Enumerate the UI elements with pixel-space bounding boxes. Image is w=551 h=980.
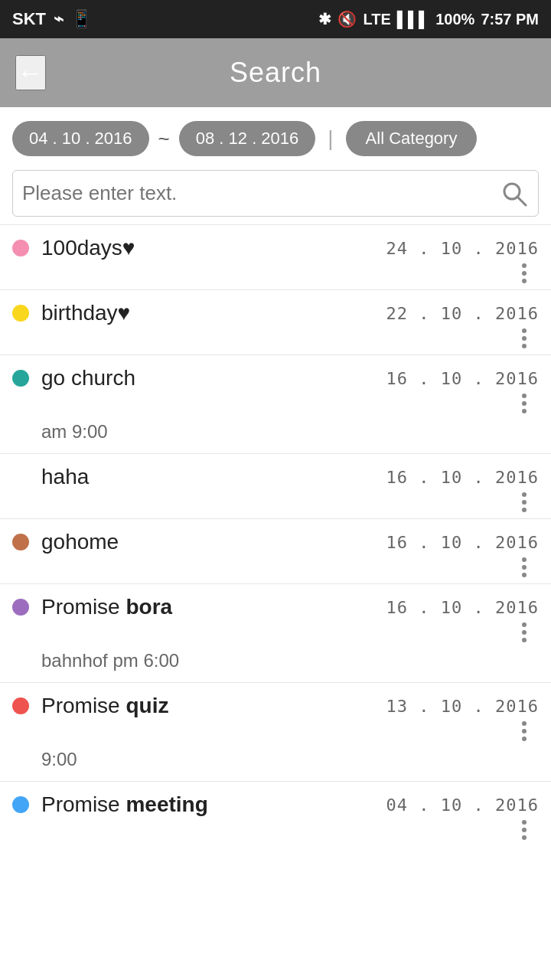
- event-title: gohome: [41, 530, 119, 554]
- event-title-prefix: Promise: [41, 792, 126, 816]
- event-date: 04 . 10 . 2016: [386, 795, 539, 815]
- status-left: SKT ⌁ 📱: [12, 9, 92, 29]
- list-item: go church16 . 10 . 2016am 9:00: [0, 354, 551, 453]
- event-date: 16 . 10 . 2016: [386, 468, 539, 487]
- more-dot: [522, 263, 527, 268]
- event-main-row: gohome16 . 10 . 2016: [12, 530, 539, 554]
- more-row: [12, 718, 539, 744]
- more-dot: [522, 328, 527, 333]
- event-title: haha: [41, 465, 89, 489]
- event-title: go church: [41, 366, 135, 390]
- event-right: 16 . 10 . 2016: [386, 468, 539, 487]
- back-button[interactable]: ←: [15, 55, 46, 90]
- more-dot: [522, 721, 527, 726]
- search-button[interactable]: [500, 179, 529, 208]
- event-main-row: go church16 . 10 . 2016: [12, 366, 539, 390]
- list-item: gohome16 . 10 . 2016: [0, 518, 551, 583]
- event-main-row: 100days♥24 . 10 . 2016: [12, 236, 539, 260]
- start-date-chip[interactable]: 04 . 10 . 2016: [12, 121, 149, 156]
- category-chip[interactable]: All Category: [346, 121, 478, 156]
- status-bar: SKT ⌁ 📱 ✱ 🔇 LTE ▌▌▌ 100% 7:57 PM: [0, 0, 551, 38]
- more-options-button[interactable]: [516, 817, 533, 843]
- event-date: 16 . 10 . 2016: [386, 369, 539, 388]
- more-dot: [522, 828, 527, 832]
- app-header: ← Search: [0, 38, 551, 107]
- event-date: 13 . 10 . 2016: [386, 697, 539, 716]
- event-title: Promise meeting: [41, 792, 208, 817]
- event-right: 13 . 10 . 2016: [386, 697, 539, 716]
- list-item: Promise quiz13 . 10 . 20169:00: [0, 682, 551, 781]
- more-options-button[interactable]: [516, 554, 533, 580]
- carrier-label: SKT: [12, 9, 46, 29]
- pipe-separator: |: [328, 126, 333, 151]
- more-options-button[interactable]: [516, 619, 533, 645]
- event-list: 100days♥24 . 10 . 2016birthday♥22 . 10 .…: [0, 224, 551, 846]
- time-label: 7:57 PM: [481, 11, 539, 28]
- event-left: haha: [12, 465, 89, 489]
- list-item: Promise bora16 . 10 . 2016bahnhof pm 6:0…: [0, 583, 551, 682]
- more-dot: [522, 271, 527, 276]
- event-left: gohome: [12, 530, 119, 554]
- event-title: Promise quiz: [41, 694, 168, 718]
- list-item: Promise meeting04 . 10 . 2016: [0, 781, 551, 846]
- event-right: 24 . 10 . 2016: [386, 239, 539, 258]
- usb-icon: ⌁: [54, 9, 64, 29]
- phone-icon: 📱: [71, 9, 92, 29]
- more-row: [12, 817, 539, 843]
- event-main-row: birthday♥22 . 10 . 2016: [12, 301, 539, 325]
- more-options-button[interactable]: [516, 718, 533, 744]
- event-left: Promise bora: [12, 595, 172, 619]
- event-date: 16 . 10 . 2016: [386, 598, 539, 617]
- lte-label: LTE: [363, 11, 390, 28]
- event-color-dot: [12, 534, 29, 550]
- more-dot: [522, 409, 527, 413]
- bluetooth-icon: ✱: [318, 10, 331, 28]
- more-dot: [522, 500, 527, 505]
- more-row: [12, 260, 539, 286]
- event-right: 16 . 10 . 2016: [386, 369, 539, 388]
- more-row: [12, 325, 539, 351]
- event-subtitle: am 9:00: [12, 416, 539, 450]
- event-main-row: Promise meeting04 . 10 . 2016: [12, 792, 539, 817]
- tilde-separator: ~: [158, 127, 170, 151]
- event-color-dot: [12, 370, 29, 387]
- search-input-row[interactable]: [12, 170, 539, 217]
- event-left: Promise quiz: [12, 694, 168, 718]
- more-dot: [522, 638, 527, 642]
- event-color-dot: [12, 305, 29, 322]
- more-row: [12, 619, 539, 645]
- more-options-button[interactable]: [516, 325, 533, 351]
- more-dot: [522, 508, 527, 512]
- list-item: birthday♥22 . 10 . 2016: [0, 289, 551, 354]
- event-title-prefix: Promise: [41, 595, 126, 619]
- event-title-bold: meeting: [126, 792, 207, 816]
- more-dot: [522, 279, 527, 283]
- event-right: 22 . 10 . 2016: [386, 304, 539, 323]
- event-color-dot: [12, 599, 29, 616]
- more-options-button[interactable]: [516, 489, 533, 515]
- event-left: go church: [12, 366, 135, 390]
- event-date: 16 . 10 . 2016: [386, 533, 539, 552]
- signal-icon: ▌▌▌: [397, 11, 430, 28]
- more-options-button[interactable]: [516, 390, 533, 416]
- mute-icon: 🔇: [337, 10, 357, 28]
- more-row: [12, 390, 539, 416]
- event-left: Promise meeting: [12, 792, 208, 817]
- list-item: 100days♥24 . 10 . 2016: [0, 224, 551, 289]
- event-left: birthday♥: [12, 301, 130, 325]
- more-dot: [522, 394, 527, 398]
- event-color-dot: [12, 240, 29, 256]
- more-dot: [522, 729, 527, 733]
- more-dot: [522, 622, 527, 627]
- battery-label: 100%: [435, 11, 474, 28]
- search-input[interactable]: [22, 175, 500, 211]
- more-row: [12, 489, 539, 515]
- event-subtitle: bahnhof pm 6:00: [12, 645, 539, 679]
- more-dot: [522, 344, 527, 348]
- more-options-button[interactable]: [516, 260, 533, 286]
- more-dot: [522, 835, 527, 840]
- end-date-chip[interactable]: 08 . 12 . 2016: [179, 121, 316, 156]
- svg-line-1: [517, 197, 526, 205]
- more-dot: [522, 630, 527, 635]
- filter-bar: 04 . 10 . 2016 ~ 08 . 12 . 2016 | All Ca…: [0, 107, 551, 170]
